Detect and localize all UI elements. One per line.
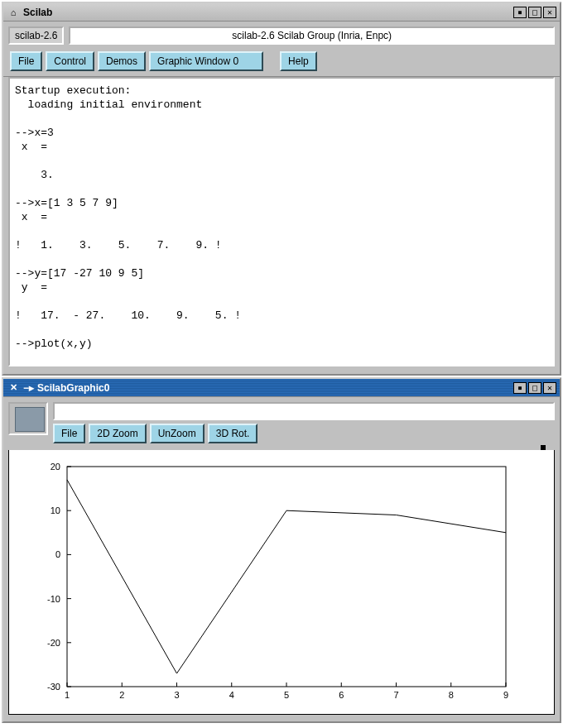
svg-text:2: 2 <box>119 690 124 700</box>
svg-text:7: 7 <box>393 690 398 700</box>
resize-handle-icon <box>541 445 546 450</box>
graphic-window-menu[interactable]: Graphic Window 0 <box>149 51 263 71</box>
help-menu[interactable]: Help <box>280 51 317 71</box>
svg-rect-0 <box>67 467 506 687</box>
console-text: Startup execution: loading initial envir… <box>15 84 241 366</box>
svg-text:4: 4 <box>229 690 234 700</box>
svg-text:-20: -20 <box>47 638 60 648</box>
graphic-titlebar[interactable]: ✕ −▸ ScilabGraphic0 ▪ □ ✕ <box>3 379 560 397</box>
svg-text:9: 9 <box>503 690 508 700</box>
file-menu[interactable]: File <box>10 51 42 71</box>
gfx-minimize-button[interactable]: ▪ <box>513 382 527 394</box>
main-toolbar: File Control Demos Graphic Window 0 Help <box>3 48 560 77</box>
gfx-close-button[interactable]: ✕ <box>543 382 556 394</box>
svg-text:5: 5 <box>284 690 289 700</box>
plot-area: -30-20-1001020123456789 <box>8 450 555 715</box>
gfx-maximize-button[interactable]: □ <box>528 382 541 394</box>
unzoom-button[interactable]: UnZoom <box>150 424 205 443</box>
graphic-command-field[interactable] <box>53 402 555 420</box>
svg-text:10: 10 <box>51 505 60 515</box>
control-menu[interactable]: Control <box>46 51 94 71</box>
main-titlebar[interactable]: ⌂ Scilab ▪ □ ✕ <box>3 3 560 22</box>
svg-text:-10: -10 <box>47 594 60 604</box>
gfx-file-menu[interactable]: File <box>53 424 85 443</box>
demos-menu[interactable]: Demos <box>98 51 146 71</box>
xterm-icon: ✕ <box>7 381 20 395</box>
scilab-main-window: ⌂ Scilab ▪ □ ✕ scilab-2.6 scilab-2.6 Sci… <box>2 2 561 376</box>
rotate-button[interactable]: 3D Rot. <box>208 424 258 443</box>
console-output[interactable]: Startup execution: loading initial envir… <box>8 77 555 366</box>
plot-thumbnail[interactable] <box>8 402 48 435</box>
svg-text:8: 8 <box>449 690 454 700</box>
graphic-window-title: ScilabGraphic0 <box>37 382 109 394</box>
minimize-button[interactable]: ▪ <box>513 7 527 18</box>
svg-text:-30: -30 <box>47 682 60 692</box>
scilab-graphic-window: ✕ −▸ ScilabGraphic0 ▪ □ ✕ File 2D Zoom U… <box>2 377 561 723</box>
window-title: Scilab <box>23 7 52 18</box>
svg-text:0: 0 <box>55 549 60 559</box>
close-button[interactable]: ✕ <box>543 7 556 18</box>
graphic-window-controls: ▪ □ ✕ <box>513 382 556 394</box>
header-row: scilab-2.6 scilab-2.6 Scilab Group (Inri… <box>3 22 560 48</box>
svg-text:20: 20 <box>51 462 60 472</box>
svg-text:1: 1 <box>65 690 70 700</box>
graphic-toolbar: File 2D Zoom UnZoom 3D Rot. <box>53 424 555 443</box>
graphic-toolbar-area: File 2D Zoom UnZoom 3D Rot. <box>3 397 560 448</box>
svg-text:6: 6 <box>339 690 344 700</box>
banner-text: scilab-2.6 Scilab Group (Inria, Enpc) <box>69 26 555 45</box>
zoom-button[interactable]: 2D Zoom <box>89 424 146 443</box>
app-icon: ⌂ <box>7 6 20 19</box>
maximize-button[interactable]: □ <box>528 7 541 18</box>
version-label: scilab-2.6 <box>8 26 64 45</box>
plot-canvas: -30-20-1001020123456789 <box>9 450 556 711</box>
window-controls: ▪ □ ✕ <box>513 7 556 18</box>
svg-text:3: 3 <box>174 690 179 700</box>
